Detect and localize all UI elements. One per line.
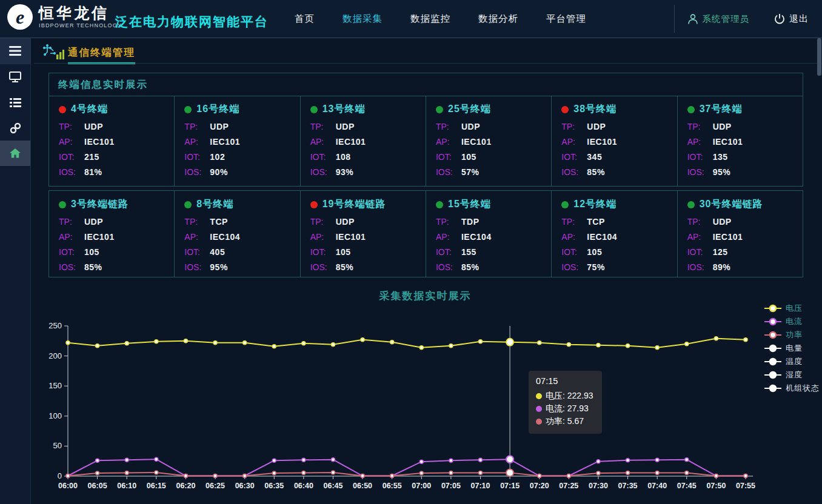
tooltip-series-dot: [536, 419, 542, 425]
field-label: TP:: [436, 214, 461, 230]
field-value: 105: [84, 247, 99, 257]
terminal-field: IOT:105: [310, 245, 426, 260]
data-point: [685, 458, 689, 462]
platform-title: 泛在电力物联网智能平台: [115, 13, 269, 30]
legend-item-湿度[interactable]: 湿度: [764, 368, 820, 382]
data-point: [626, 344, 630, 348]
x-tick-label: 06:15: [147, 482, 166, 490]
data-point: [449, 471, 453, 475]
field-label: IOS:: [59, 165, 84, 180]
sidebar-item-monitor[interactable]: [0, 64, 30, 90]
app-root: e 恒华龙信 IBDPOWER TECHNOLOGY 泛在电力物联网智能平台 首…: [0, 0, 822, 504]
field-value: 102: [210, 152, 225, 162]
terminal-name: 30号终端链路: [700, 198, 763, 211]
field-value: UDP: [587, 122, 606, 131]
terminal-card: 15号终端TP:TDPAP:IEC104IOT:155IOS:85%: [426, 191, 552, 277]
data-point: [567, 474, 570, 478]
field-label: IOS:: [310, 165, 336, 180]
user-menu[interactable]: 系统管理员: [687, 13, 761, 25]
chart-legend: 电压电流功率电量温度湿度机组状态: [764, 302, 820, 395]
top-header: e 恒华龙信 IBDPOWER TECHNOLOGY 泛在电力物联网智能平台 首…: [0, 0, 822, 38]
field-label: TP:: [436, 119, 461, 134]
data-point: [419, 346, 423, 350]
data-point: [96, 344, 99, 348]
legend-item-电量[interactable]: 电量: [764, 342, 820, 355]
x-tick-label: 07:30: [589, 482, 608, 490]
data-point: [596, 471, 600, 475]
sidebar-item-link[interactable]: [0, 115, 30, 141]
data-point: [714, 474, 718, 478]
field-label: AP:: [436, 134, 461, 150]
data-point: [596, 460, 600, 463]
nav-item-数据监控[interactable]: 数据监控: [410, 13, 450, 25]
field-value: IEC101: [84, 232, 115, 242]
terminal-name: 15号终端: [448, 198, 491, 211]
y-tick-label: 250: [48, 321, 62, 330]
terminal-field: IOS:95%: [687, 165, 803, 180]
terminal-card: 25号终端TP:UDPAP:IEC101IOT:105IOS:57%: [426, 96, 552, 186]
field-value: UDP: [713, 122, 732, 131]
data-point: [626, 471, 630, 475]
chart-tooltip: 07:15电压: 222.93电流: 27.93功率: 5.67: [529, 371, 602, 434]
field-value: TDP: [461, 217, 480, 227]
status-dot-green: [687, 201, 695, 208]
field-label: IOT:: [561, 150, 587, 165]
field-label: TP:: [184, 214, 210, 230]
terminal-card: 16号终端TP:UDPAP:IEC101IOT:102IOS:90%: [175, 96, 300, 186]
data-point: [243, 341, 247, 345]
nav-item-首页[interactable]: 首页: [295, 13, 315, 25]
legend-item-电压[interactable]: 电压: [764, 302, 820, 315]
terminal-field: IOT:105: [59, 245, 174, 260]
x-tick-label: 07:20: [530, 482, 549, 490]
legend-item-功率[interactable]: 功率: [764, 328, 820, 342]
terminal-field: TP:TCP: [184, 214, 299, 230]
legend-item-温度[interactable]: 温度: [764, 355, 820, 368]
field-label: IOS:: [59, 260, 84, 275]
logout-button[interactable]: 退出: [774, 13, 809, 25]
legend-item-机组状态[interactable]: 机组状态: [764, 382, 820, 395]
field-value: IEC101: [461, 137, 492, 147]
data-point: [302, 342, 306, 345]
sidebar-item-list[interactable]: [0, 90, 30, 115]
legend-item-电流[interactable]: 电流: [764, 315, 820, 328]
terminal-field: IOT:105: [436, 150, 551, 165]
field-label: TP:: [59, 214, 84, 230]
status-dot-green: [184, 201, 192, 208]
legend-marker-icon: [764, 317, 782, 326]
terminal-field: IOT:102: [184, 150, 299, 165]
field-value: IEC101: [336, 232, 366, 242]
data-point: [184, 474, 187, 478]
sidebar-item-menu[interactable]: [0, 38, 30, 64]
field-label: TP:: [310, 119, 336, 134]
terminal-panel-title: 终端信息实时展示: [49, 73, 803, 96]
x-tick-label: 07:50: [706, 482, 726, 490]
field-value: UDP: [84, 122, 103, 131]
field-value: 108: [336, 152, 351, 162]
terminal-field: TP:TDP: [436, 214, 551, 230]
terminal-field: IOS:57%: [436, 165, 551, 180]
field-label: IOT:: [59, 245, 84, 260]
terminal-cards-row-1: 4号终端TP:UDPAP:IEC101IOT:215IOS:81%16号终端TP…: [48, 96, 803, 187]
field-value: 57%: [461, 167, 480, 177]
breadcrumb-tab-terminal-management[interactable]: 通信终端管理: [68, 46, 135, 64]
link-icon: [10, 122, 21, 134]
status-dot-red: [310, 201, 318, 208]
nav-item-数据采集[interactable]: 数据采集: [343, 13, 383, 25]
x-tick-label: 07:15: [500, 482, 520, 490]
data-point: [125, 471, 129, 475]
nav-item-数据分析[interactable]: 数据分析: [478, 13, 518, 25]
field-label: IOS:: [561, 165, 587, 180]
data-point: [302, 471, 306, 475]
scrollbar-thumb[interactable]: [817, 38, 821, 76]
user-area: 系统管理员 退出: [674, 0, 822, 38]
sidebar-item-home[interactable]: [0, 141, 30, 166]
terminal-field: AP:IEC101: [59, 134, 174, 150]
terminal-field: IOT:405: [184, 245, 299, 260]
nav-item-平台管理[interactable]: 平台管理: [546, 13, 586, 25]
terminal-field: TP:UDP: [59, 119, 174, 134]
field-label: AP:: [561, 230, 587, 245]
x-tick-label: 06:30: [235, 482, 255, 490]
x-tick-label: 06:20: [176, 482, 195, 490]
field-value: 95%: [713, 167, 731, 177]
terminal-card: 12号终端TP:TCPAP:IEC104IOT:105IOS:75%: [552, 191, 677, 277]
